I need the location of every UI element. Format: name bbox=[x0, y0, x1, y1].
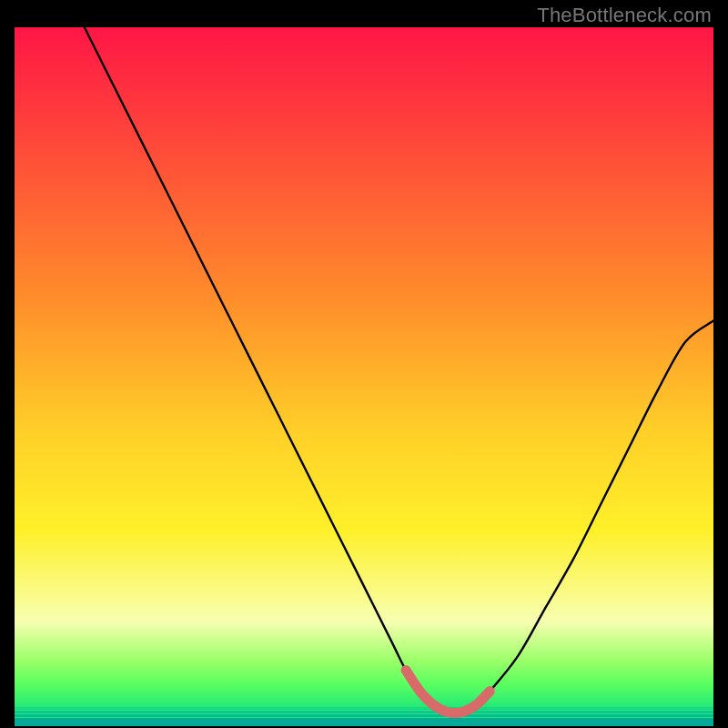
chart-frame bbox=[15, 27, 713, 726]
optimal-range-marker bbox=[406, 671, 490, 713]
chart-plot bbox=[15, 27, 713, 726]
watermark: TheBottleneck.com bbox=[537, 4, 712, 27]
bottleneck-curve bbox=[85, 27, 713, 713]
